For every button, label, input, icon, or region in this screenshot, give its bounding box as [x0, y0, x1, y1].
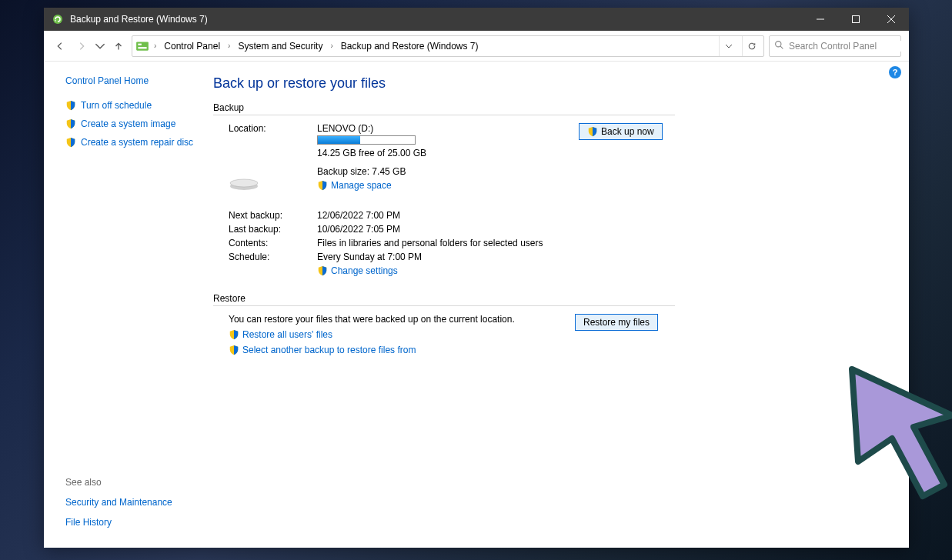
nav-recent-dropdown[interactable]	[95, 38, 105, 55]
shield-icon	[65, 118, 76, 129]
see-also-header: See also	[65, 477, 195, 488]
nav-row: › Control Panel › System and Security › …	[44, 31, 909, 62]
restore-section: Restore You can restore your files that …	[213, 293, 890, 355]
nav-back-button[interactable]	[52, 38, 68, 55]
maximize-button[interactable]	[838, 8, 874, 31]
main-content: Back up or restore your files Backup Loc…	[205, 62, 909, 548]
backup-section-header: Backup	[213, 102, 675, 115]
chevron-right-icon: ›	[228, 42, 230, 50]
shield-icon	[65, 100, 76, 111]
search-box[interactable]	[769, 35, 901, 57]
refresh-button[interactable]	[742, 36, 760, 56]
disk-usage-bar	[317, 135, 416, 145]
shield-icon	[229, 329, 239, 340]
location-value: LENOVO (D:)	[317, 123, 579, 134]
restore-all-users-label: Restore all users' files	[242, 329, 332, 340]
cursor-arrow-overlay	[837, 362, 952, 500]
last-backup-value: 10/06/2022 7:05 PM	[317, 224, 579, 235]
svg-point-5	[776, 41, 781, 46]
backup-now-label: Back up now	[601, 126, 654, 137]
svg-point-8	[230, 179, 258, 187]
change-settings-label: Change settings	[331, 265, 398, 276]
next-backup-label: Next backup:	[229, 210, 317, 221]
chevron-right-icon: ›	[154, 42, 156, 50]
last-backup-label: Last backup:	[229, 224, 317, 235]
titlebar: Backup and Restore (Windows 7)	[44, 8, 909, 31]
control-panel-icon	[135, 39, 149, 53]
disk-icon	[229, 162, 317, 193]
svg-point-0	[53, 15, 62, 24]
body: ? Control Panel Home Turn off schedule C…	[44, 62, 909, 548]
close-button[interactable]	[874, 8, 909, 31]
sidebar-item-label: Turn off schedule	[81, 100, 152, 111]
shield-icon	[587, 126, 598, 137]
breadcrumb-backup-restore[interactable]: Backup and Restore (Windows 7)	[338, 39, 482, 53]
sidebar-create-system-image[interactable]: Create a system image	[65, 118, 195, 129]
restore-all-users-link[interactable]: Restore all users' files	[229, 329, 560, 340]
disk-free-text: 14.25 GB free of 25.00 GB	[317, 148, 579, 158]
select-another-backup-link[interactable]: Select another backup to restore files f…	[229, 345, 560, 355]
chevron-right-icon: ›	[330, 42, 332, 50]
help-icon[interactable]: ?	[889, 66, 901, 78]
svg-rect-2	[136, 42, 149, 50]
manage-space-label: Manage space	[331, 180, 392, 191]
backup-section: Backup Location: LENOVO (D:) 14.25 GB fr…	[213, 102, 890, 276]
address-history-dropdown[interactable]	[719, 36, 737, 56]
window-title: Backup and Restore (Windows 7)	[70, 14, 208, 25]
nav-forward-button[interactable]	[73, 38, 90, 55]
change-settings-link[interactable]: Change settings	[317, 265, 579, 276]
control-panel-home-link[interactable]: Control Panel Home	[65, 75, 195, 86]
restore-my-files-label: Restore my files	[583, 317, 650, 328]
schedule-value: Every Sunday at 7:00 PM	[317, 252, 579, 262]
select-another-backup-label: Select another backup to restore files f…	[242, 345, 416, 355]
search-icon	[774, 40, 784, 52]
see-also-security-maintenance[interactable]: Security and Maintenance	[65, 497, 195, 508]
search-input[interactable]	[789, 41, 904, 52]
restore-my-files-button[interactable]: Restore my files	[575, 314, 658, 331]
nav-up-button[interactable]	[110, 38, 127, 55]
svg-rect-3	[138, 43, 142, 45]
schedule-label: Schedule:	[229, 252, 317, 262]
sidebar-item-label: Create a system repair disc	[81, 137, 193, 148]
sidebar: Control Panel Home Turn off schedule Cre…	[44, 62, 205, 548]
restore-section-header: Restore	[213, 293, 675, 306]
svg-rect-4	[138, 47, 146, 48]
shield-icon	[65, 137, 76, 148]
svg-point-7	[230, 179, 258, 187]
backup-now-button[interactable]: Back up now	[579, 123, 663, 140]
address-bar[interactable]: › Control Panel › System and Security › …	[132, 35, 764, 57]
breadcrumb-control-panel[interactable]: Control Panel	[161, 39, 223, 53]
restore-description: You can restore your files that were bac…	[229, 314, 560, 325]
sidebar-item-label: Create a system image	[81, 118, 175, 129]
page-title: Back up or restore your files	[213, 75, 890, 92]
sidebar-create-repair-disc[interactable]: Create a system repair disc	[65, 137, 195, 148]
backup-restore-app-icon	[52, 13, 64, 25]
location-label: Location:	[229, 123, 317, 134]
svg-point-6	[230, 182, 258, 190]
backup-size-text: Backup size: 7.45 GB	[317, 166, 579, 177]
contents-value: Files in libraries and personal folders …	[317, 238, 579, 248]
sidebar-turn-off-schedule[interactable]: Turn off schedule	[65, 100, 195, 111]
window-root: Backup and Restore (Windows 7)	[44, 8, 909, 548]
breadcrumb-system-security[interactable]: System and Security	[235, 39, 326, 53]
next-backup-value: 12/06/2022 7:00 PM	[317, 210, 579, 221]
shield-icon	[317, 265, 328, 276]
contents-label: Contents:	[229, 238, 317, 248]
shield-icon	[317, 180, 328, 191]
shield-icon	[229, 345, 239, 355]
minimize-button[interactable]	[803, 8, 838, 31]
svg-rect-1	[853, 16, 860, 23]
manage-space-link[interactable]: Manage space	[317, 180, 579, 191]
see-also-file-history[interactable]: File History	[65, 517, 195, 528]
